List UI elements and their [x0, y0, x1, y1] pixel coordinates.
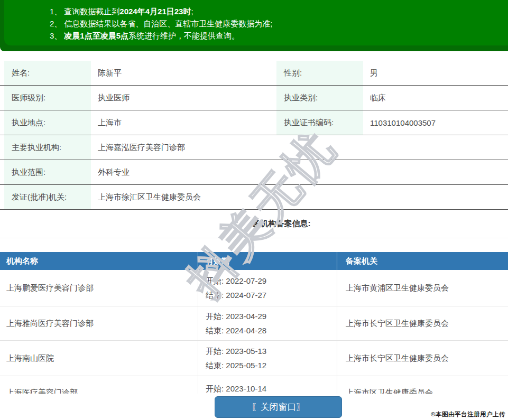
- section-title: 多机构备案信息:: [253, 219, 311, 229]
- info-row-level-category: 医师级别: 执业医师 执业类别: 临床: [0, 86, 508, 110]
- bottom-bar: 〖关闭窗口〗 ©本图由平台注册用户上传: [0, 394, 508, 420]
- validity-end: 结束: 2024-04-28: [206, 323, 337, 338]
- table-row: 上海鹏爱医疗美容门诊部 开始: 2022-07-29 结束: 2024-07-2…: [0, 270, 508, 306]
- notice-line-1-text: 查询数据截止到: [64, 7, 119, 16]
- practitioner-query-result-page: 1、查询数据截止到2024年4月21日23时; 2、信息数据结果以各省、自治区、…: [0, 0, 508, 420]
- validity-start: 开始: 2022-07-29: [206, 274, 337, 288]
- column-header-institution: 机构名称: [0, 252, 198, 270]
- field-practice-category: 执业类别: 临床: [275, 86, 508, 110]
- field-doctor-level: 医师级别: 执业医师: [0, 86, 275, 110]
- field-main-institution-label: 主要执业机构:: [4, 135, 91, 160]
- field-certificate-no-label: 执业证书编码:: [276, 110, 363, 135]
- field-issuing-authority: 发证(批准)机关: 上海市徐汇区卫生健康委员会: [0, 185, 508, 209]
- multi-institution-section: 多机构备案信息:: [0, 210, 508, 238]
- field-practice-category-value: 临床: [370, 86, 386, 110]
- field-practice-location: 执业地点: 上海市: [0, 110, 275, 135]
- field-doctor-level-value: 执业医师: [98, 86, 130, 110]
- field-practice-location-value: 上海市: [98, 110, 122, 135]
- records-table-header: 机构名称 有效期 备案机关: [0, 252, 508, 270]
- table-row: 上海雅尚医疗美容门诊部 开始: 2023-04-29 结束: 2024-04-2…: [0, 306, 508, 341]
- practitioner-info-table: 姓名: 陈新平 性别: 男 医师级别: 执业医师 执业类别: 临床 执业地点: …: [0, 61, 508, 210]
- field-name: 姓名: 陈新平: [0, 61, 275, 85]
- field-main-institution: 主要执业机构: 上海嘉泓医疗美容门诊部: [0, 135, 508, 160]
- validity-start: 开始: 2023-04-29: [206, 309, 337, 323]
- cell-authority: 上海市长宁区卫生健康委员会: [337, 306, 508, 340]
- cell-institution: 上海鹏爱医疗美容门诊部: [0, 270, 198, 306]
- info-row-location-certno: 执业地点: 上海市 执业证书编码: 110310104003507: [0, 110, 508, 135]
- cell-authority: 上海市黄浦区卫生健康委员会: [337, 270, 508, 306]
- field-gender-value: 男: [370, 61, 378, 85]
- field-practice-scope: 执业范围: 外科专业: [0, 160, 508, 184]
- close-window-button[interactable]: 〖关闭窗口〗: [215, 396, 342, 418]
- copyright-watermark: ©本图由平台注册用户上传: [431, 410, 505, 418]
- validity-end: 结束: 2024-07-27: [206, 288, 337, 302]
- notice-line-1-bold: 2024年4月21日23时: [119, 7, 191, 16]
- validity-end: 结束: 2025-05-12: [206, 358, 337, 372]
- notice-line-3: 3、凌晨1点至凌晨5点系统进行维护，不能提供查询。: [50, 30, 508, 42]
- notice-line-1-tail: ;: [191, 7, 193, 16]
- field-practice-scope-value: 外科专业: [98, 160, 130, 184]
- cell-authority: 上海市长宁区卫生健康委员会: [337, 341, 508, 376]
- field-certificate-no: 执业证书编码: 110310104003507: [275, 110, 508, 135]
- notice-line-1-number: 1、: [50, 7, 62, 16]
- field-practice-location-label: 执业地点:: [4, 110, 91, 135]
- field-doctor-level-label: 医师级别:: [4, 86, 91, 110]
- field-practice-scope-label: 执业范围:: [4, 160, 91, 184]
- notice-line-2-number: 2、: [50, 19, 62, 28]
- field-gender: 性别: 男: [275, 61, 508, 85]
- column-header-authority: 备案机关: [337, 252, 508, 270]
- notice-line-2-text: 信息数据结果以各省、自治区、直辖市卫生健康委数据为准;: [64, 19, 272, 28]
- field-name-value: 陈新平: [98, 61, 122, 85]
- notice-banner: 1、查询数据截止到2024年4月21日23时; 2、信息数据结果以各省、自治区、…: [0, 0, 508, 51]
- notice-line-3-tail: 系统进行维护，不能提供查询。: [128, 31, 239, 40]
- field-name-label: 姓名:: [4, 61, 91, 85]
- cell-institution: 上海南山医院: [0, 341, 198, 376]
- field-issuing-authority-label: 发证(批准)机关:: [4, 185, 91, 209]
- notice-line-1: 1、查询数据截止到2024年4月21日23时;: [50, 5, 508, 17]
- notice-line-3-bold: 凌晨1点至凌晨5点: [64, 31, 128, 40]
- cell-validity: 开始: 2023-04-29 结束: 2024-04-28: [198, 306, 337, 340]
- field-main-institution-value: 上海嘉泓医疗美容门诊部: [98, 135, 185, 160]
- column-header-validity: 有效期: [198, 252, 337, 270]
- notice-banner-panel: 1、查询数据截止到2024年4月21日23时; 2、信息数据结果以各省、自治区、…: [4, 0, 508, 45]
- cell-institution: 上海雅尚医疗美容门诊部: [0, 306, 198, 340]
- notice-line-2: 2、信息数据结果以各省、自治区、直辖市卫生健康委数据为准;: [50, 17, 508, 30]
- table-row: 上海南山医院 开始: 2023-05-13 结束: 2025-05-12 上海市…: [0, 341, 508, 376]
- validity-start: 开始: 2023-05-13: [206, 344, 337, 358]
- info-row-issuing-authority: 发证(批准)机关: 上海市徐汇区卫生健康委员会: [0, 185, 508, 210]
- field-practice-category-label: 执业类别:: [276, 86, 363, 110]
- cell-validity: 开始: 2023-05-13 结束: 2025-05-12: [198, 341, 337, 376]
- info-row-main-institution: 主要执业机构: 上海嘉泓医疗美容门诊部: [0, 135, 508, 160]
- field-certificate-no-value: 110310104003507: [370, 110, 436, 135]
- field-issuing-authority-value: 上海市徐汇区卫生健康委员会: [98, 185, 201, 209]
- info-row-practice-scope: 执业范围: 外科专业: [0, 160, 508, 185]
- field-gender-label: 性别:: [276, 61, 363, 85]
- notice-line-3-number: 3、: [50, 31, 62, 40]
- cell-validity: 开始: 2022-07-29 结束: 2024-07-27: [198, 270, 337, 306]
- info-row-name-gender: 姓名: 陈新平 性别: 男: [0, 61, 508, 86]
